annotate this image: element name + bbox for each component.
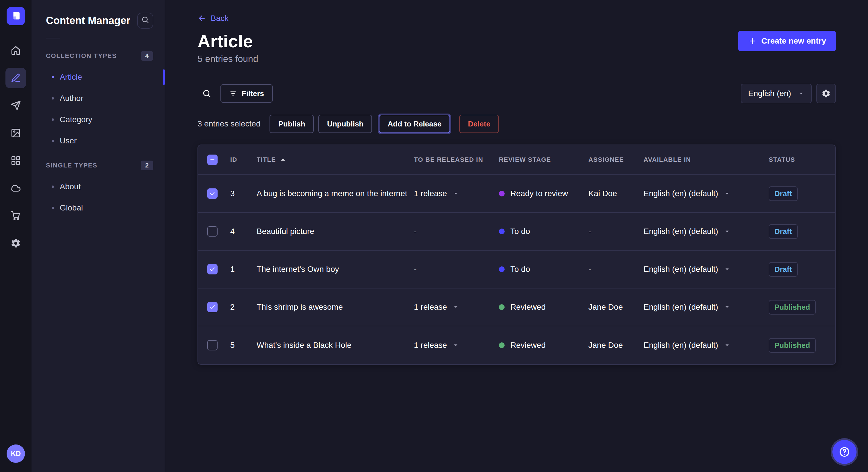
section-header: COLLECTION TYPES4 (32, 42, 165, 67)
page-header: Article Create new entry (197, 31, 836, 51)
page-title: Article (197, 31, 253, 51)
releases-icon[interactable] (5, 95, 26, 116)
cell-status: Draft (769, 187, 826, 201)
cell-review-stage: To do (499, 265, 588, 274)
sidebar-search-button[interactable] (137, 12, 153, 29)
table-row[interactable]: 2 This shrimp is awesome 1 release Revie… (198, 289, 835, 326)
media-library-icon[interactable] (5, 123, 26, 143)
chevron-down-icon[interactable] (724, 342, 730, 348)
row-checkbox[interactable] (207, 340, 218, 350)
status-badge: Draft (769, 224, 798, 239)
search-button[interactable] (197, 84, 216, 103)
locale-select[interactable]: English (en) (741, 84, 812, 103)
table-row[interactable]: 5 What's inside a Black Hole 1 release R… (198, 326, 835, 364)
row-checkbox[interactable] (207, 302, 218, 312)
table-row[interactable]: 3 A bug is becoming a meme on the intern… (198, 175, 835, 213)
header-id: ID (230, 156, 257, 164)
stage-label: Reviewed (510, 341, 546, 350)
avatar[interactable]: KD (7, 444, 25, 463)
chevron-down-icon[interactable] (724, 266, 730, 272)
chevron-down-icon[interactable] (724, 191, 730, 197)
bullet-icon (52, 186, 54, 188)
select-all-checkbox[interactable] (207, 155, 218, 165)
chevron-down-icon[interactable] (724, 228, 730, 235)
chevron-down-icon[interactable] (453, 191, 459, 197)
stage-dot-icon (499, 191, 505, 196)
status-badge: Draft (769, 187, 798, 201)
section-label: COLLECTION TYPES (46, 52, 117, 60)
cell-id: 4 (230, 227, 257, 236)
unpublish-button[interactable]: Unpublish (318, 115, 372, 133)
sidebar-item-user[interactable]: User (32, 130, 165, 151)
status-badge: Published (769, 338, 816, 353)
main-content: Back Article Create new entry 5 entries … (165, 0, 868, 472)
table-row[interactable]: 1 The internet's Own boy - To do - Engli… (198, 250, 835, 289)
sidebar-header: Content Manager (32, 0, 165, 38)
sidebar-item-article[interactable]: Article (32, 67, 165, 88)
create-entry-button[interactable]: Create new entry (738, 31, 836, 51)
help-button[interactable] (832, 440, 857, 464)
release-value: - (414, 265, 416, 274)
settings-button[interactable] (816, 84, 836, 103)
cell-id: 1 (230, 265, 257, 274)
filters-button[interactable]: Filters (220, 84, 273, 103)
chevron-down-icon[interactable] (453, 304, 459, 310)
cell-title: Beautiful picture (257, 227, 414, 236)
cell-assignee: Kai Doe (588, 189, 644, 198)
cell-review-stage: Reviewed (499, 303, 588, 312)
app-root: KD Content Manager COLLECTION TYPES4Arti… (0, 0, 868, 472)
deploy-icon[interactable] (5, 178, 26, 198)
publish-button[interactable]: Publish (270, 115, 314, 133)
home-icon[interactable] (5, 40, 26, 61)
header-title[interactable]: TITLE (257, 156, 414, 164)
cell-release: 1 release (414, 189, 499, 198)
content-type-builder-icon[interactable] (5, 150, 26, 171)
row-checkbox[interactable] (207, 189, 218, 199)
sidebar-item-author[interactable]: Author (32, 88, 165, 109)
create-entry-label: Create new entry (761, 36, 826, 45)
cell-status: Draft (769, 262, 826, 277)
chevron-down-icon[interactable] (453, 342, 459, 348)
row-checkbox[interactable] (207, 226, 218, 237)
marketplace-icon[interactable] (5, 205, 26, 226)
cell-available-in: English (en) (default) (644, 303, 769, 312)
add-to-release-button[interactable]: Add to Release (379, 115, 450, 133)
section-count-badge: 2 (141, 161, 153, 170)
sidebar-item-label: User (60, 136, 76, 145)
back-label: Back (211, 14, 228, 23)
sidebar-item-label: Author (60, 94, 84, 103)
toolbar: Filters English (en) (197, 84, 836, 103)
delete-button[interactable]: Delete (459, 115, 499, 133)
content-manager-sidebar: Content Manager COLLECTION TYPES4Article… (32, 0, 165, 472)
locale-value: English (en) (748, 89, 791, 98)
divider (46, 38, 60, 38)
strapi-logo-icon[interactable] (7, 7, 25, 25)
header-status: STATUS (769, 156, 826, 164)
bullet-icon (52, 119, 54, 121)
sidebar-item-category[interactable]: Category (32, 109, 165, 130)
sidebar-item-about[interactable]: About (32, 176, 165, 197)
back-link[interactable]: Back (197, 14, 228, 23)
settings-icon[interactable] (5, 233, 26, 254)
row-checkbox[interactable] (207, 264, 218, 274)
chevron-down-icon[interactable] (724, 304, 730, 310)
cell-assignee: Jane Doe (588, 341, 644, 350)
sidebar-item-global[interactable]: Global (32, 197, 165, 218)
sort-asc-icon[interactable] (279, 156, 287, 164)
section-count-badge: 4 (141, 51, 153, 61)
filters-label: Filters (242, 89, 264, 98)
content-manager-icon[interactable] (5, 68, 26, 88)
indeterminate-icon (209, 156, 216, 163)
table-row[interactable]: 4 Beautiful picture - To do - English (e… (198, 213, 835, 250)
locale-label: English (en) (default) (644, 227, 718, 236)
cell-id: 3 (230, 189, 257, 198)
arrow-left-icon (197, 14, 206, 23)
cell-available-in: English (en) (default) (644, 265, 769, 274)
cell-available-in: English (en) (default) (644, 227, 769, 236)
table-header-row: ID TITLE TO BE RELEASED IN REVIEW STAGE … (198, 145, 835, 175)
cell-assignee: - (588, 227, 644, 236)
bullet-icon (52, 76, 54, 78)
locale-label: English (en) (default) (644, 303, 718, 312)
cell-assignee: Jane Doe (588, 303, 644, 312)
table-body: 3 A bug is becoming a meme on the intern… (198, 175, 835, 364)
